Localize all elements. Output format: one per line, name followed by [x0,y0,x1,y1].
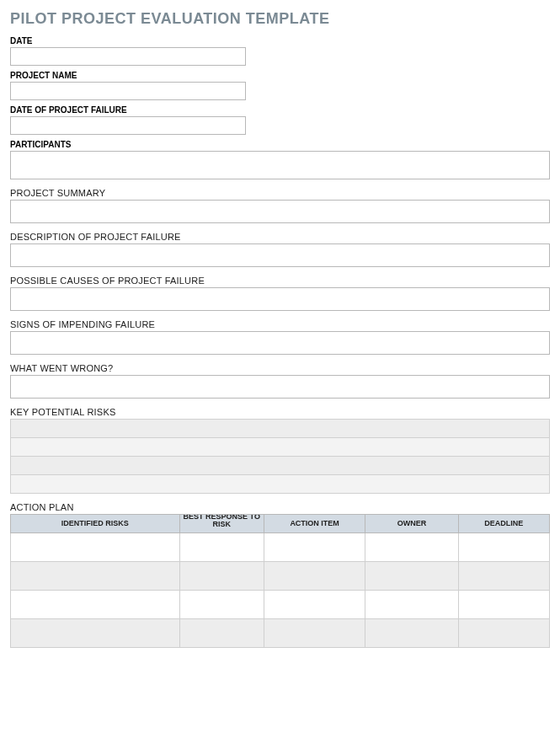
cell-owner[interactable] [365,533,458,562]
cell-item[interactable] [264,562,365,591]
cell-owner[interactable] [365,591,458,619]
signs-input[interactable] [10,331,550,355]
action-plan-table: IDENTIFIED RISKS BEST RESPONSE TO RISK A… [10,514,550,648]
cell-item[interactable] [264,619,365,648]
cell-response[interactable] [179,591,264,619]
cell-deadline[interactable] [458,591,549,619]
cell-deadline[interactable] [458,533,549,562]
col-owner: OWNER [365,515,458,533]
cell-item[interactable] [264,533,365,562]
causes-input[interactable] [10,287,550,311]
date-failure-input[interactable] [10,116,246,135]
cell-response[interactable] [179,619,264,648]
cell-identified[interactable] [11,619,180,648]
col-best-response: BEST RESPONSE TO RISK [179,515,264,533]
participants-input[interactable] [10,151,550,179]
signs-label: SIGNS OF IMPENDING FAILURE [10,319,550,329]
causes-label: POSSIBLE CAUSES OF PROJECT FAILURE [10,276,550,286]
participants-label: PARTICIPANTS [10,140,550,149]
wrong-input[interactable] [10,375,550,399]
risk-row[interactable] [11,475,550,494]
summary-label: PROJECT SUMMARY [10,188,550,198]
project-name-input[interactable] [10,82,246,100]
cell-identified[interactable] [11,562,180,591]
cell-identified[interactable] [11,533,180,562]
project-name-label: PROJECT NAME [10,71,550,80]
summary-input[interactable] [10,200,550,223]
cell-identified[interactable] [11,591,180,619]
table-row [11,591,550,619]
page-title: PILOT PROJECT EVALUATION TEMPLATE [10,10,550,28]
cell-item[interactable] [264,591,365,619]
wrong-label: WHAT WENT WRONG? [10,363,550,373]
col-action-item: ACTION ITEM [264,515,365,533]
risk-row[interactable] [11,420,550,438]
risks-label: KEY POTENTIAL RISKS [10,407,550,417]
plan-label: ACTION PLAN [10,502,550,512]
cell-owner[interactable] [365,619,458,648]
risk-row[interactable] [11,457,550,475]
cell-response[interactable] [179,562,264,591]
date-failure-label: DATE OF PROJECT FAILURE [10,105,550,115]
cell-owner[interactable] [365,562,458,591]
table-row [11,562,550,591]
cell-deadline[interactable] [458,562,549,591]
cell-deadline[interactable] [458,619,549,648]
table-row [11,619,550,648]
col-deadline: DEADLINE [458,515,549,533]
description-label: DESCRIPTION OF PROJECT FAILURE [10,232,550,242]
risk-row[interactable] [11,438,550,457]
key-risks-table [10,419,550,494]
date-label: DATE [10,36,550,45]
table-row [11,533,550,562]
cell-response[interactable] [179,533,264,562]
description-input[interactable] [10,243,550,267]
col-identified-risks: IDENTIFIED RISKS [11,515,180,533]
date-input[interactable] [10,47,246,66]
